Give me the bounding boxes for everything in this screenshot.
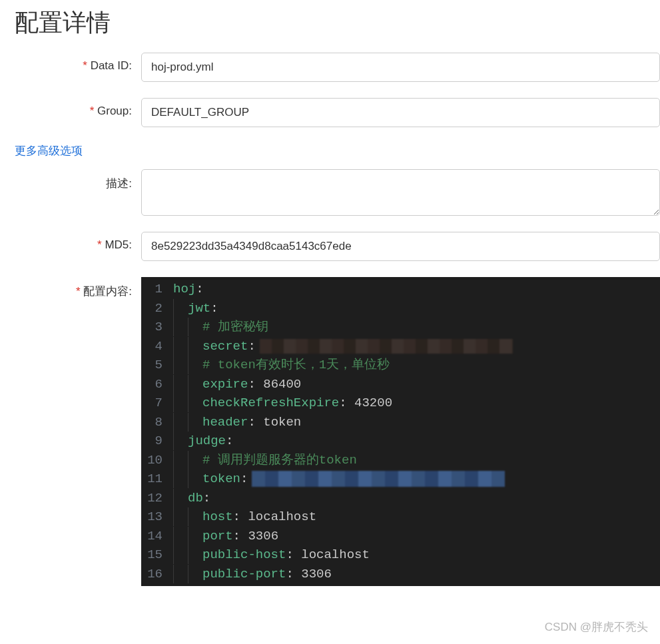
row-content: 配置内容: 1hoj:2jwt:3# 加密秘钥4secret:5# token有…: [0, 277, 660, 586]
indent-guide: [173, 394, 188, 412]
code-line[interactable]: 5# token有效时长，1天，单位秒: [141, 356, 660, 375]
token-value: localhost: [301, 547, 370, 562]
code-line[interactable]: 4secret:: [141, 337, 660, 356]
token-colon: :: [203, 491, 210, 505]
token-colon: :: [286, 547, 301, 562]
token-colon: :: [233, 509, 248, 524]
token-key: token: [202, 472, 240, 486]
token-colon: :: [248, 339, 255, 354]
code-line[interactable]: 6expire: 86400: [141, 375, 660, 394]
indent-guide: [173, 318, 188, 336]
line-number: 10: [141, 451, 173, 470]
label-data-id: Data ID:: [15, 53, 141, 73]
token-key: public-port: [202, 567, 286, 581]
line-content: expire: 86400: [173, 375, 660, 394]
token-key: port: [202, 529, 233, 543]
code-line[interactable]: 16public-port: 3306: [141, 565, 660, 584]
line-content: checkRefreshExpire: 43200: [173, 394, 660, 413]
code-line[interactable]: 1hoj:: [141, 280, 660, 299]
code-line[interactable]: 11token:: [141, 470, 660, 489]
token-comment: # 加密秘钥: [202, 320, 268, 334]
line-content: # 调用判题服务器的token: [173, 451, 660, 470]
code-line[interactable]: 8header: token: [141, 413, 660, 432]
redacted-secret: [260, 339, 513, 354]
line-content: hoj:: [173, 280, 660, 299]
line-content: # token有效时长，1天，单位秒: [173, 356, 660, 375]
token-colon: :: [339, 396, 354, 410]
line-number: 15: [141, 545, 173, 565]
row-description: 描述:: [0, 169, 660, 216]
indent-guide: [173, 565, 188, 583]
input-description[interactable]: [141, 169, 660, 216]
token-value: token: [263, 415, 301, 430]
token-comment: # 调用判题服务器的token: [202, 453, 357, 468]
token-key: secret: [202, 339, 248, 354]
line-content: token:: [173, 470, 660, 489]
token-colon: :: [248, 415, 263, 430]
token-key: checkRefreshExpire: [202, 396, 339, 410]
code-line[interactable]: 15public-host: localhost: [141, 545, 660, 565]
code-line[interactable]: 12db:: [141, 489, 660, 508]
line-number: 11: [141, 470, 173, 489]
code-line[interactable]: 7checkRefreshExpire: 43200: [141, 394, 660, 413]
line-content: header: token: [173, 413, 660, 432]
token-colon: :: [240, 472, 248, 486]
token-number: 86400: [263, 377, 301, 392]
line-number: 9: [141, 432, 173, 451]
token-number: 43200: [354, 396, 392, 410]
line-number: 8: [141, 413, 173, 432]
indent-guide: [173, 337, 188, 356]
token-key: expire: [202, 377, 248, 392]
indent-guide: [188, 451, 202, 470]
label-md5: MD5:: [15, 232, 141, 252]
line-content: # 加密秘钥: [173, 318, 660, 337]
line-content: public-port: 3306: [173, 565, 660, 584]
code-line[interactable]: 2jwt:: [141, 299, 660, 318]
indent-guide: [173, 299, 188, 318]
code-line[interactable]: 10# 调用判题服务器的token: [141, 451, 660, 470]
indent-guide: [173, 489, 188, 507]
indent-guide: [173, 375, 188, 394]
indent-guide: [173, 356, 188, 374]
advanced-options-link[interactable]: 更多高级选项: [0, 143, 660, 169]
code-line[interactable]: 14port: 3306: [141, 527, 660, 546]
indent-guide: [188, 470, 202, 488]
line-content: db:: [173, 489, 660, 508]
input-md5[interactable]: [141, 232, 660, 261]
token-colon: :: [248, 377, 263, 392]
indent-guide: [188, 337, 202, 356]
indent-guide: [188, 375, 202, 394]
label-description: 描述:: [15, 169, 141, 191]
code-line[interactable]: 3# 加密秘钥: [141, 318, 660, 337]
indent-guide: [188, 527, 202, 545]
label-content: 配置内容:: [15, 277, 141, 299]
code-editor[interactable]: 1hoj:2jwt:3# 加密秘钥4secret:5# token有效时长，1天…: [141, 277, 660, 586]
input-group[interactable]: [141, 98, 660, 127]
indent-guide: [173, 507, 188, 526]
redacted-token: [252, 471, 505, 487]
token-colon: :: [226, 434, 233, 448]
token-colon: :: [233, 529, 248, 543]
line-number: 2: [141, 299, 173, 318]
indent-guide: [188, 413, 202, 432]
indent-guide: [173, 432, 188, 450]
token-colon: :: [196, 282, 203, 296]
line-content: judge:: [173, 432, 660, 451]
line-number: 12: [141, 489, 173, 508]
token-key: jwt: [188, 301, 210, 316]
code-line[interactable]: 9judge:: [141, 432, 660, 451]
token-key: hoj: [173, 282, 196, 296]
indent-guide: [188, 394, 202, 412]
row-data-id: Data ID:: [0, 53, 660, 82]
input-data-id[interactable]: [141, 53, 660, 82]
line-number: 6: [141, 375, 173, 394]
code-line[interactable]: 13host: localhost: [141, 507, 660, 527]
line-number: 16: [141, 565, 173, 584]
row-group: Group:: [0, 98, 660, 127]
indent-guide: [173, 545, 188, 564]
token-number: 3306: [248, 529, 278, 543]
token-key: judge: [188, 434, 226, 448]
line-content: jwt:: [173, 299, 660, 318]
indent-guide: [173, 527, 188, 545]
indent-guide: [188, 356, 202, 374]
